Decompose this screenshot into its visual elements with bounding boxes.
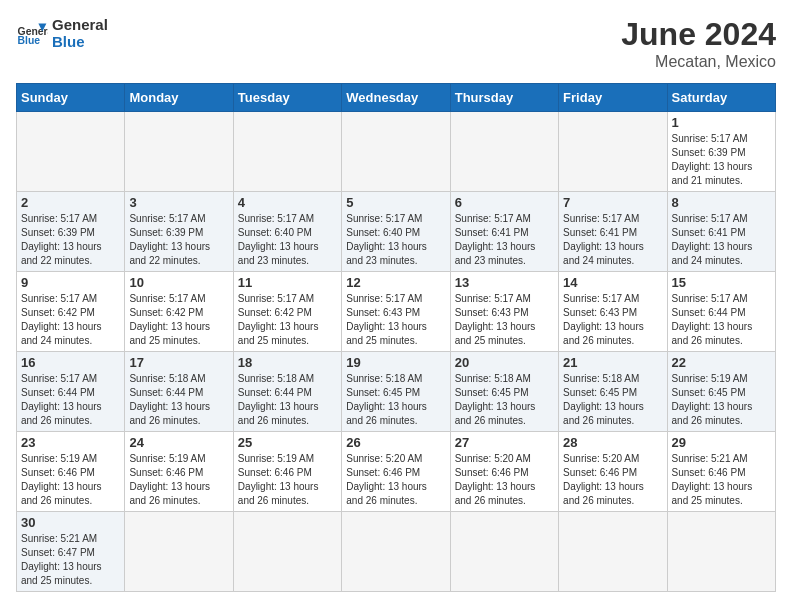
day-info: Sunrise: 5:18 AM Sunset: 6:45 PM Dayligh…: [563, 372, 662, 428]
day-number: 8: [672, 195, 771, 210]
calendar-day-cell: 9Sunrise: 5:17 AM Sunset: 6:42 PM Daylig…: [17, 272, 125, 352]
day-number: 15: [672, 275, 771, 290]
day-number: 20: [455, 355, 554, 370]
day-info: Sunrise: 5:17 AM Sunset: 6:44 PM Dayligh…: [672, 292, 771, 348]
calendar-day-cell: 23Sunrise: 5:19 AM Sunset: 6:46 PM Dayli…: [17, 432, 125, 512]
weekday-header-tuesday: Tuesday: [233, 84, 341, 112]
day-info: Sunrise: 5:17 AM Sunset: 6:41 PM Dayligh…: [563, 212, 662, 268]
weekday-header-friday: Friday: [559, 84, 667, 112]
calendar-day-cell: [450, 512, 558, 592]
calendar-table: SundayMondayTuesdayWednesdayThursdayFrid…: [16, 83, 776, 592]
calendar-week-row: 23Sunrise: 5:19 AM Sunset: 6:46 PM Dayli…: [17, 432, 776, 512]
location-label: Mecatan, Mexico: [621, 53, 776, 71]
day-number: 16: [21, 355, 120, 370]
calendar-day-cell: 12Sunrise: 5:17 AM Sunset: 6:43 PM Dayli…: [342, 272, 450, 352]
day-info: Sunrise: 5:17 AM Sunset: 6:39 PM Dayligh…: [21, 212, 120, 268]
day-info: Sunrise: 5:19 AM Sunset: 6:46 PM Dayligh…: [238, 452, 337, 508]
day-info: Sunrise: 5:19 AM Sunset: 6:46 PM Dayligh…: [21, 452, 120, 508]
calendar-day-cell: [559, 512, 667, 592]
calendar-day-cell: 3Sunrise: 5:17 AM Sunset: 6:39 PM Daylig…: [125, 192, 233, 272]
calendar-day-cell: 4Sunrise: 5:17 AM Sunset: 6:40 PM Daylig…: [233, 192, 341, 272]
calendar-week-row: 2Sunrise: 5:17 AM Sunset: 6:39 PM Daylig…: [17, 192, 776, 272]
day-number: 23: [21, 435, 120, 450]
calendar-day-cell: 17Sunrise: 5:18 AM Sunset: 6:44 PM Dayli…: [125, 352, 233, 432]
day-info: Sunrise: 5:18 AM Sunset: 6:44 PM Dayligh…: [129, 372, 228, 428]
weekday-header-row: SundayMondayTuesdayWednesdayThursdayFrid…: [17, 84, 776, 112]
calendar-day-cell: 15Sunrise: 5:17 AM Sunset: 6:44 PM Dayli…: [667, 272, 775, 352]
calendar-day-cell: 8Sunrise: 5:17 AM Sunset: 6:41 PM Daylig…: [667, 192, 775, 272]
day-info: Sunrise: 5:18 AM Sunset: 6:45 PM Dayligh…: [455, 372, 554, 428]
calendar-day-cell: 27Sunrise: 5:20 AM Sunset: 6:46 PM Dayli…: [450, 432, 558, 512]
calendar-title: June 2024 Mecatan, Mexico: [621, 16, 776, 71]
calendar-day-cell: [17, 112, 125, 192]
calendar-day-cell: [342, 512, 450, 592]
svg-text:Blue: Blue: [18, 35, 41, 46]
weekday-header-sunday: Sunday: [17, 84, 125, 112]
day-info: Sunrise: 5:17 AM Sunset: 6:39 PM Dayligh…: [672, 132, 771, 188]
weekday-header-wednesday: Wednesday: [342, 84, 450, 112]
day-info: Sunrise: 5:17 AM Sunset: 6:42 PM Dayligh…: [129, 292, 228, 348]
day-info: Sunrise: 5:20 AM Sunset: 6:46 PM Dayligh…: [455, 452, 554, 508]
day-info: Sunrise: 5:17 AM Sunset: 6:44 PM Dayligh…: [21, 372, 120, 428]
day-number: 5: [346, 195, 445, 210]
calendar-day-cell: 25Sunrise: 5:19 AM Sunset: 6:46 PM Dayli…: [233, 432, 341, 512]
calendar-day-cell: 22Sunrise: 5:19 AM Sunset: 6:45 PM Dayli…: [667, 352, 775, 432]
day-number: 12: [346, 275, 445, 290]
day-number: 14: [563, 275, 662, 290]
calendar-day-cell: 7Sunrise: 5:17 AM Sunset: 6:41 PM Daylig…: [559, 192, 667, 272]
day-number: 17: [129, 355, 228, 370]
day-number: 6: [455, 195, 554, 210]
month-year-label: June 2024: [621, 16, 776, 53]
day-number: 26: [346, 435, 445, 450]
day-info: Sunrise: 5:17 AM Sunset: 6:43 PM Dayligh…: [346, 292, 445, 348]
day-info: Sunrise: 5:21 AM Sunset: 6:47 PM Dayligh…: [21, 532, 120, 588]
calendar-day-cell: 28Sunrise: 5:20 AM Sunset: 6:46 PM Dayli…: [559, 432, 667, 512]
day-info: Sunrise: 5:17 AM Sunset: 6:43 PM Dayligh…: [455, 292, 554, 348]
day-number: 9: [21, 275, 120, 290]
calendar-day-cell: 29Sunrise: 5:21 AM Sunset: 6:46 PM Dayli…: [667, 432, 775, 512]
day-number: 10: [129, 275, 228, 290]
day-info: Sunrise: 5:17 AM Sunset: 6:40 PM Dayligh…: [346, 212, 445, 268]
day-number: 13: [455, 275, 554, 290]
logo-blue-text: Blue: [52, 33, 108, 50]
calendar-day-cell: [233, 512, 341, 592]
day-number: 1: [672, 115, 771, 130]
day-info: Sunrise: 5:17 AM Sunset: 6:41 PM Dayligh…: [455, 212, 554, 268]
day-number: 28: [563, 435, 662, 450]
day-info: Sunrise: 5:17 AM Sunset: 6:42 PM Dayligh…: [21, 292, 120, 348]
day-info: Sunrise: 5:17 AM Sunset: 6:42 PM Dayligh…: [238, 292, 337, 348]
day-info: Sunrise: 5:17 AM Sunset: 6:40 PM Dayligh…: [238, 212, 337, 268]
calendar-week-row: 9Sunrise: 5:17 AM Sunset: 6:42 PM Daylig…: [17, 272, 776, 352]
day-number: 4: [238, 195, 337, 210]
calendar-day-cell: 30Sunrise: 5:21 AM Sunset: 6:47 PM Dayli…: [17, 512, 125, 592]
calendar-day-cell: 19Sunrise: 5:18 AM Sunset: 6:45 PM Dayli…: [342, 352, 450, 432]
calendar-day-cell: 11Sunrise: 5:17 AM Sunset: 6:42 PM Dayli…: [233, 272, 341, 352]
page-header: General Blue General Blue June 2024 Meca…: [16, 16, 776, 71]
calendar-day-cell: [125, 112, 233, 192]
day-info: Sunrise: 5:20 AM Sunset: 6:46 PM Dayligh…: [346, 452, 445, 508]
day-info: Sunrise: 5:19 AM Sunset: 6:45 PM Dayligh…: [672, 372, 771, 428]
calendar-day-cell: 5Sunrise: 5:17 AM Sunset: 6:40 PM Daylig…: [342, 192, 450, 272]
logo-general-text: General: [52, 16, 108, 33]
calendar-day-cell: [342, 112, 450, 192]
day-info: Sunrise: 5:17 AM Sunset: 6:39 PM Dayligh…: [129, 212, 228, 268]
calendar-day-cell: 13Sunrise: 5:17 AM Sunset: 6:43 PM Dayli…: [450, 272, 558, 352]
calendar-day-cell: 10Sunrise: 5:17 AM Sunset: 6:42 PM Dayli…: [125, 272, 233, 352]
day-number: 21: [563, 355, 662, 370]
day-info: Sunrise: 5:18 AM Sunset: 6:44 PM Dayligh…: [238, 372, 337, 428]
day-number: 18: [238, 355, 337, 370]
day-info: Sunrise: 5:17 AM Sunset: 6:43 PM Dayligh…: [563, 292, 662, 348]
day-info: Sunrise: 5:21 AM Sunset: 6:46 PM Dayligh…: [672, 452, 771, 508]
calendar-day-cell: 2Sunrise: 5:17 AM Sunset: 6:39 PM Daylig…: [17, 192, 125, 272]
day-number: 19: [346, 355, 445, 370]
calendar-day-cell: [667, 512, 775, 592]
day-number: 7: [563, 195, 662, 210]
weekday-header-saturday: Saturday: [667, 84, 775, 112]
weekday-header-monday: Monday: [125, 84, 233, 112]
logo-icon: General Blue: [16, 17, 48, 49]
day-number: 24: [129, 435, 228, 450]
day-info: Sunrise: 5:18 AM Sunset: 6:45 PM Dayligh…: [346, 372, 445, 428]
calendar-day-cell: 20Sunrise: 5:18 AM Sunset: 6:45 PM Dayli…: [450, 352, 558, 432]
day-number: 29: [672, 435, 771, 450]
calendar-week-row: 30Sunrise: 5:21 AM Sunset: 6:47 PM Dayli…: [17, 512, 776, 592]
